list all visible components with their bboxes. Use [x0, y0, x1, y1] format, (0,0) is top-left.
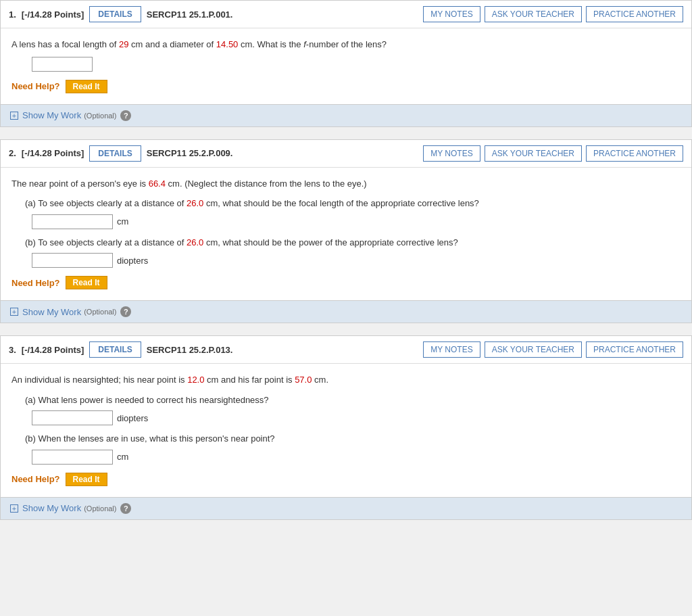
- problem-2-my-notes-button[interactable]: MY NOTES: [423, 145, 480, 162]
- problem-1-optional-label: (Optional): [84, 112, 116, 120]
- problem-3-body: An individual is nearsighted; his near p…: [1, 364, 691, 497]
- problem-2-answer-a-input[interactable]: [32, 214, 113, 229]
- problem-1-show-my-work: + Show My Work (Optional) ?: [1, 104, 691, 126]
- problem-3-ask-teacher-button[interactable]: ASK YOUR TEACHER: [485, 341, 582, 358]
- problem-2-details-button[interactable]: DETAILS: [89, 145, 141, 162]
- problem-1-question: A lens has a focal length of 29 cm and a…: [11, 38, 681, 51]
- problem-3: 3. [-/14.28 Points] DETAILS SERCP11 25.2…: [0, 335, 692, 520]
- problem-2-ask-teacher-button[interactable]: ASK YOUR TEACHER: [485, 145, 582, 162]
- problem-2-unit-b: diopters: [117, 256, 148, 266]
- problem-1-italic: f: [303, 39, 306, 49]
- problem-2-body: The near point of a person's eye is 66.4…: [1, 168, 691, 301]
- problem-2-expand-icon[interactable]: +: [10, 308, 18, 316]
- problem-3-details-button[interactable]: DETAILS: [89, 341, 141, 358]
- problem-2-sub-b-text: (b) To see objects clearly at a distance…: [25, 236, 681, 250]
- problem-3-sub-a-text: (a) What lens power is needed to correct…: [25, 394, 681, 407]
- problem-2-read-it-button[interactable]: Read It: [66, 276, 107, 289]
- problem-1-details-button[interactable]: DETAILS: [89, 6, 141, 22]
- problem-3-input-b-line: cm: [32, 450, 681, 465]
- problem-1-show-my-work-label[interactable]: Show My Work (Optional): [22, 110, 116, 120]
- problem-1-need-help-label: Need Help?: [11, 81, 60, 91]
- problem-2-show-my-work-label[interactable]: Show My Work (Optional): [22, 307, 116, 317]
- problem-2-help-icon[interactable]: ?: [120, 306, 131, 317]
- problem-1-input-line: [32, 57, 681, 72]
- problem-2-practice-another-button[interactable]: PRACTICE ANOTHER: [586, 145, 683, 162]
- problem-3-question: An individual is nearsighted; his near p…: [11, 373, 681, 387]
- problem-1-answer-input[interactable]: [32, 57, 93, 72]
- problem-2-answer-b-input[interactable]: [32, 253, 113, 268]
- problem-3-unit-b: cm: [117, 452, 128, 462]
- problem-3-show-my-work-label[interactable]: Show My Work (Optional): [22, 503, 116, 513]
- problem-1-points: [-/14.28 Points]: [22, 9, 84, 20]
- problem-2-optional-label: (Optional): [84, 308, 116, 316]
- problem-3-my-notes-button[interactable]: MY NOTES: [423, 341, 480, 358]
- problem-1-header: 1. [-/14.28 Points] DETAILS SERCP11 25.1…: [1, 1, 691, 28]
- problem-1-actions: MY NOTES ASK YOUR TEACHER PRACTICE ANOTH…: [423, 6, 683, 22]
- problem-3-val1: 12.0: [187, 375, 204, 385]
- problem-1-help-icon[interactable]: ?: [120, 110, 131, 121]
- problem-3-read-it-button[interactable]: Read It: [66, 473, 107, 486]
- problem-2-val3: 26.0: [187, 237, 203, 247]
- problem-2-val1: 66.4: [149, 179, 166, 189]
- problem-1: 1. [-/14.28 Points] DETAILS SERCP11 25.1…: [0, 0, 692, 127]
- problem-1-val1: 29: [119, 39, 128, 49]
- problem-3-optional-label: (Optional): [84, 504, 116, 513]
- problem-2-number: 2.: [9, 148, 16, 158]
- problem-1-ask-teacher-button[interactable]: ASK YOUR TEACHER: [485, 6, 582, 22]
- problem-1-code: SERCP11 25.1.P.001.: [147, 9, 418, 20]
- problem-3-actions: MY NOTES ASK YOUR TEACHER PRACTICE ANOTH…: [423, 341, 683, 358]
- problem-1-my-notes-button[interactable]: MY NOTES: [423, 6, 480, 22]
- problem-3-points: [-/14.28 Points]: [22, 345, 84, 355]
- problem-1-practice-another-button[interactable]: PRACTICE ANOTHER: [586, 6, 683, 22]
- problem-2-show-my-work: + Show My Work (Optional) ?: [1, 300, 691, 323]
- problem-2-actions: MY NOTES ASK YOUR TEACHER PRACTICE ANOTH…: [423, 145, 683, 162]
- problem-2-points: [-/14.28 Points]: [22, 148, 84, 158]
- problem-1-body: A lens has a focal length of 29 cm and a…: [1, 28, 691, 104]
- problem-3-number: 3.: [9, 345, 16, 355]
- problem-3-show-my-work: + Show My Work (Optional) ?: [1, 497, 691, 519]
- problem-2-input-b-line: diopters: [32, 253, 681, 268]
- problem-3-need-help-label: Need Help?: [11, 474, 60, 484]
- problem-2-need-help-label: Need Help?: [11, 278, 60, 288]
- problem-2: 2. [-/14.28 Points] DETAILS SERCP11 25.2…: [0, 139, 692, 324]
- problem-1-expand-icon[interactable]: +: [10, 112, 18, 120]
- problem-3-header: 3. [-/14.28 Points] DETAILS SERCP11 25.2…: [1, 336, 691, 364]
- problem-2-val2: 26.0: [187, 198, 203, 208]
- problem-3-need-help-row: Need Help? Read It: [11, 473, 681, 486]
- problem-3-help-icon[interactable]: ?: [120, 503, 131, 514]
- problem-1-need-help-row: Need Help? Read It: [11, 80, 681, 93]
- problem-3-unit-a: diopters: [117, 413, 148, 423]
- problem-2-sub-a-text: (a) To see objects clearly at a distance…: [25, 197, 681, 210]
- problem-2-input-a-line: cm: [32, 214, 681, 229]
- problem-2-need-help-row: Need Help? Read It: [11, 276, 681, 289]
- problem-2-question: The near point of a person's eye is 66.4…: [11, 177, 681, 191]
- problem-1-read-it-button[interactable]: Read It: [66, 80, 107, 93]
- problem-2-header: 2. [-/14.28 Points] DETAILS SERCP11 25.2…: [1, 140, 691, 168]
- problem-1-number: 1.: [9, 9, 16, 20]
- problem-3-sub-b-text: (b) When the lenses are in use, what is …: [25, 432, 681, 446]
- problem-2-unit-a: cm: [117, 216, 128, 227]
- problem-2-code: SERCP11 25.2.P.009.: [147, 148, 418, 158]
- problem-1-val2: 14.50: [216, 39, 239, 49]
- problem-3-practice-another-button[interactable]: PRACTICE ANOTHER: [586, 341, 683, 358]
- problem-3-input-a-line: diopters: [32, 410, 681, 425]
- problem-3-answer-a-input[interactable]: [32, 410, 113, 425]
- problem-3-expand-icon[interactable]: +: [10, 504, 18, 513]
- problem-3-val2: 57.0: [295, 375, 312, 385]
- problem-3-answer-b-input[interactable]: [32, 450, 113, 465]
- problem-3-code: SERCP11 25.2.P.013.: [147, 345, 418, 355]
